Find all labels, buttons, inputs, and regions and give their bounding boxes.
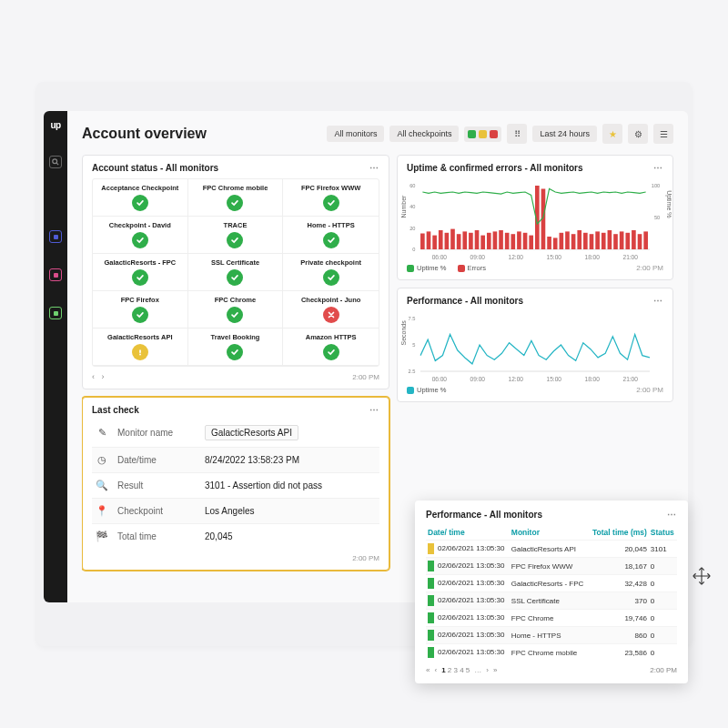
- gear-icon[interactable]: ⚙: [628, 124, 648, 144]
- move-cursor-icon: [692, 566, 712, 590]
- svg-rect-16: [450, 229, 455, 249]
- sidebar-nav-3[interactable]: [49, 307, 62, 319]
- svg-rect-44: [620, 231, 624, 249]
- sidebar-nav-2[interactable]: [49, 268, 62, 281]
- svg-rect-46: [632, 230, 636, 249]
- status-cell[interactable]: SSL Certificate: [188, 254, 284, 291]
- svg-rect-15: [445, 233, 450, 249]
- card-menu-icon[interactable]: ⋯: [653, 163, 663, 173]
- status-cell[interactable]: Home - HTTPS: [283, 217, 379, 254]
- status-cell[interactable]: Travel Booking: [188, 329, 284, 366]
- status-filter[interactable]: [464, 126, 501, 142]
- sidebar: up: [44, 111, 67, 602]
- table-row[interactable]: 02/06/2021 13:05:30FPC Chrome mobile23,5…: [426, 644, 677, 662]
- svg-rect-2: [139, 350, 141, 353]
- list-icon[interactable]: ☰: [653, 124, 673, 144]
- last-check-title: Last check: [92, 405, 139, 415]
- svg-rect-43: [613, 234, 618, 249]
- svg-rect-37: [577, 230, 581, 249]
- svg-text:100: 100: [652, 183, 660, 188]
- grid-view-icon[interactable]: ⠿: [507, 124, 527, 144]
- col-monitor[interactable]: Monitor: [510, 525, 589, 541]
- svg-text:50: 50: [654, 215, 660, 220]
- status-cell[interactable]: TRACE: [188, 217, 284, 254]
- svg-rect-38: [583, 233, 588, 249]
- table-row[interactable]: 02/06/2021 13:05:30FPC Firefox WWW18,167…: [426, 558, 677, 575]
- status-cell[interactable]: Checkpoint - Juno: [283, 291, 379, 329]
- performance-chart-title: Performance - All monitors: [407, 296, 523, 306]
- status-timestamp: 2:00 PM: [352, 373, 379, 381]
- card-menu-icon[interactable]: ⋯: [369, 405, 379, 415]
- filter-all-checkpoints[interactable]: All checkpoints: [389, 126, 459, 142]
- lc-totaltime: 20,045: [205, 531, 233, 541]
- performance-table-title: Performance - All monitors: [426, 510, 542, 520]
- logo: up: [50, 120, 60, 130]
- svg-rect-17: [457, 234, 461, 249]
- svg-rect-18: [462, 231, 467, 249]
- svg-rect-25: [505, 233, 510, 249]
- status-cell[interactable]: Amazon HTTPS: [283, 329, 379, 366]
- table-row[interactable]: 02/06/2021 13:05:30SSL Certificate3700: [426, 592, 677, 610]
- svg-rect-27: [517, 231, 521, 249]
- status-pager[interactable]: ‹ ›: [92, 372, 105, 381]
- status-cell[interactable]: FPC Firefox: [93, 291, 188, 329]
- svg-rect-19: [469, 233, 473, 249]
- status-cell[interactable]: Acceptance Checkpoint: [93, 179, 188, 217]
- table-row[interactable]: 02/06/2021 13:05:30FPC Chrome19,7460: [426, 610, 677, 627]
- card-menu-icon[interactable]: ⋯: [667, 510, 677, 520]
- table-row[interactable]: 02/06/2021 13:05:30GalacticResorts - FPC…: [426, 575, 677, 592]
- card-menu-icon[interactable]: ⋯: [369, 163, 379, 173]
- svg-text:40: 40: [410, 204, 415, 209]
- topbar: Account overview All monitors All checkp…: [82, 124, 673, 144]
- svg-text:0: 0: [412, 247, 415, 252]
- table-timestamp: 2:00 PM: [650, 666, 677, 674]
- svg-rect-23: [493, 231, 498, 249]
- sidebar-nav-1[interactable]: [49, 230, 62, 243]
- svg-text:7.5: 7.5: [409, 316, 416, 321]
- svg-rect-22: [487, 233, 491, 249]
- table-pager[interactable]: «‹1 2 3 4 5…›»: [426, 666, 497, 674]
- table-row[interactable]: 02/06/2021 13:05:30GalacticResorts API20…: [426, 541, 677, 558]
- status-cell[interactable]: Private checkpoint: [283, 254, 379, 291]
- account-status-title: Account status - All monitors: [92, 163, 218, 173]
- card-menu-icon[interactable]: ⋯: [653, 296, 663, 306]
- last-check-card: Last check⋯ ✎Monitor nameGalacticResorts…: [82, 397, 389, 571]
- svg-rect-11: [420, 234, 425, 250]
- svg-text:20: 20: [410, 226, 415, 231]
- svg-rect-35: [565, 231, 570, 249]
- table-row[interactable]: 02/06/2021 13:05:30Home - HTTPS8600: [426, 627, 677, 644]
- lc-datetime: 8/24/2022 13:58:23 PM: [205, 455, 299, 465]
- status-cell[interactable]: GalacticResorts - FPC: [93, 254, 188, 291]
- lc-result: 3101 - Assertion did not pass: [205, 480, 322, 490]
- time-range-button[interactable]: Last 24 hours: [532, 126, 597, 142]
- status-cell[interactable]: FPC Firefox WWW: [283, 179, 379, 217]
- svg-rect-40: [595, 231, 600, 249]
- status-cell[interactable]: Checkpoint - David: [93, 217, 188, 254]
- svg-rect-36: [571, 234, 576, 249]
- pin-icon: 📍: [96, 505, 108, 517]
- col-datetime[interactable]: Date/ time: [426, 525, 510, 541]
- status-cell[interactable]: FPC Chrome mobile: [188, 179, 284, 217]
- lc-checkpoint: Los Angeles: [205, 506, 255, 516]
- uptime-chart: 020406050100 Number Uptime % 06:0009:001…: [407, 178, 663, 260]
- svg-rect-3: [139, 354, 141, 356]
- svg-text:5: 5: [412, 342, 415, 348]
- col-status[interactable]: Status: [649, 525, 677, 541]
- svg-rect-13: [432, 236, 437, 249]
- status-grid: Acceptance CheckpointFPC Chrome mobileFP…: [92, 178, 379, 367]
- svg-rect-41: [602, 233, 606, 249]
- performance-table: Date/ time Monitor Total time (ms) Statu…: [426, 525, 677, 661]
- col-totaltime[interactable]: Total time (ms): [589, 525, 649, 541]
- star-icon[interactable]: ★: [602, 124, 622, 144]
- svg-rect-32: [547, 237, 551, 249]
- svg-rect-28: [523, 233, 528, 249]
- svg-rect-48: [643, 231, 648, 249]
- filter-all-monitors[interactable]: All monitors: [327, 126, 384, 142]
- uptime-chart-card: Uptime & confirmed errors - All monitors…: [397, 155, 673, 280]
- svg-rect-26: [511, 234, 515, 249]
- svg-text:2.5: 2.5: [409, 369, 416, 374]
- sidebar-nav-search[interactable]: [49, 156, 62, 168]
- status-cell[interactable]: FPC Chrome: [188, 291, 284, 329]
- status-cell[interactable]: GalacticResorts API: [93, 329, 188, 366]
- uptime-chart-title: Uptime & confirmed errors - All monitors: [407, 163, 583, 173]
